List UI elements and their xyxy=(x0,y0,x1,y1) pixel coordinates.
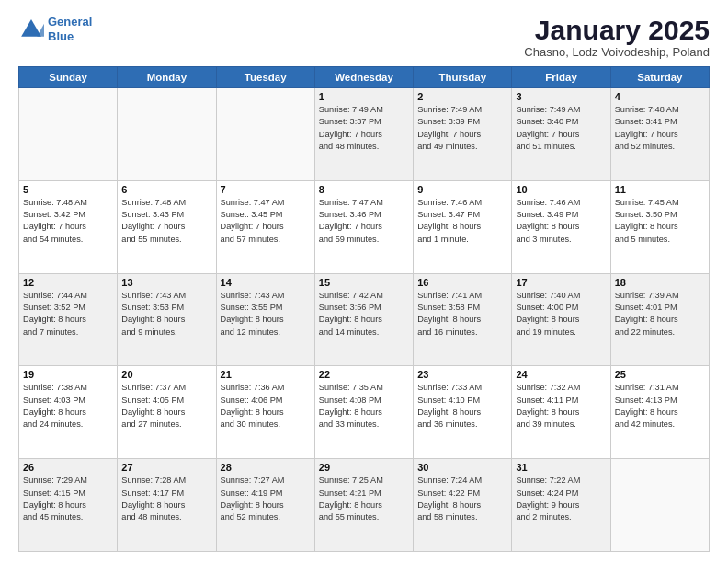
table-row: 9Sunrise: 7:46 AM Sunset: 3:47 PM Daylig… xyxy=(414,180,512,273)
table-row xyxy=(216,88,314,181)
table-row: 13Sunrise: 7:43 AM Sunset: 3:53 PM Dayli… xyxy=(118,273,216,366)
table-row: 17Sunrise: 7:40 AM Sunset: 4:00 PM Dayli… xyxy=(512,273,610,366)
day-info: Sunrise: 7:48 AM Sunset: 3:42 PM Dayligh… xyxy=(23,197,113,246)
day-number: 13 xyxy=(121,277,211,288)
table-row: 20Sunrise: 7:37 AM Sunset: 4:05 PM Dayli… xyxy=(118,366,216,459)
calendar-week-row: 19Sunrise: 7:38 AM Sunset: 4:03 PM Dayli… xyxy=(19,366,710,459)
table-row: 29Sunrise: 7:25 AM Sunset: 4:21 PM Dayli… xyxy=(314,459,413,552)
table-row: 26Sunrise: 7:29 AM Sunset: 4:15 PM Dayli… xyxy=(19,459,118,552)
day-number: 30 xyxy=(417,462,507,473)
day-info: Sunrise: 7:46 AM Sunset: 3:49 PM Dayligh… xyxy=(516,197,606,246)
table-row: 30Sunrise: 7:24 AM Sunset: 4:22 PM Dayli… xyxy=(414,459,512,552)
header: General Blue January 2025 Chasno, Lodz V… xyxy=(18,15,710,59)
col-wednesday: Wednesday xyxy=(314,67,413,88)
day-info: Sunrise: 7:49 AM Sunset: 3:40 PM Dayligh… xyxy=(516,104,606,153)
day-info: Sunrise: 7:49 AM Sunset: 3:39 PM Dayligh… xyxy=(417,104,507,153)
day-info: Sunrise: 7:35 AM Sunset: 4:08 PM Dayligh… xyxy=(319,382,409,431)
table-row: 4Sunrise: 7:48 AM Sunset: 3:41 PM Daylig… xyxy=(610,88,709,181)
day-number: 5 xyxy=(23,184,113,195)
table-row xyxy=(118,88,216,181)
col-monday: Monday xyxy=(118,67,216,88)
day-number: 14 xyxy=(221,277,311,288)
calendar-week-row: 5Sunrise: 7:48 AM Sunset: 3:42 PM Daylig… xyxy=(19,180,710,273)
day-number: 24 xyxy=(516,369,606,380)
day-info: Sunrise: 7:43 AM Sunset: 3:55 PM Dayligh… xyxy=(221,290,311,339)
day-number: 19 xyxy=(23,369,113,380)
table-row: 16Sunrise: 7:41 AM Sunset: 3:58 PM Dayli… xyxy=(414,273,512,366)
day-info: Sunrise: 7:29 AM Sunset: 4:15 PM Dayligh… xyxy=(23,475,113,523)
day-number: 8 xyxy=(319,184,409,195)
table-row: 14Sunrise: 7:43 AM Sunset: 3:55 PM Dayli… xyxy=(216,273,314,366)
day-info: Sunrise: 7:31 AM Sunset: 4:13 PM Dayligh… xyxy=(615,382,705,431)
day-number: 10 xyxy=(516,184,606,195)
day-info: Sunrise: 7:40 AM Sunset: 4:00 PM Dayligh… xyxy=(516,290,606,339)
table-row: 23Sunrise: 7:33 AM Sunset: 4:10 PM Dayli… xyxy=(414,366,512,459)
col-sunday: Sunday xyxy=(19,67,118,88)
day-number: 15 xyxy=(319,277,409,288)
table-row: 12Sunrise: 7:44 AM Sunset: 3:52 PM Dayli… xyxy=(19,273,118,366)
day-info: Sunrise: 7:24 AM Sunset: 4:22 PM Dayligh… xyxy=(417,475,507,523)
day-info: Sunrise: 7:37 AM Sunset: 4:05 PM Dayligh… xyxy=(121,382,211,431)
day-info: Sunrise: 7:47 AM Sunset: 3:46 PM Dayligh… xyxy=(319,197,409,246)
day-info: Sunrise: 7:27 AM Sunset: 4:19 PM Dayligh… xyxy=(221,475,311,523)
day-number: 31 xyxy=(516,462,606,473)
table-row: 5Sunrise: 7:48 AM Sunset: 3:42 PM Daylig… xyxy=(19,180,118,273)
day-number: 4 xyxy=(615,91,705,102)
table-row: 18Sunrise: 7:39 AM Sunset: 4:01 PM Dayli… xyxy=(610,273,709,366)
day-info: Sunrise: 7:42 AM Sunset: 3:56 PM Dayligh… xyxy=(319,290,409,339)
day-info: Sunrise: 7:43 AM Sunset: 3:53 PM Dayligh… xyxy=(121,290,211,339)
table-row: 31Sunrise: 7:22 AM Sunset: 4:24 PM Dayli… xyxy=(512,459,610,552)
day-number: 25 xyxy=(615,369,705,380)
day-info: Sunrise: 7:48 AM Sunset: 3:43 PM Dayligh… xyxy=(121,197,211,246)
day-info: Sunrise: 7:32 AM Sunset: 4:11 PM Dayligh… xyxy=(516,382,606,431)
day-info: Sunrise: 7:25 AM Sunset: 4:21 PM Dayligh… xyxy=(319,475,409,523)
day-info: Sunrise: 7:36 AM Sunset: 4:06 PM Dayligh… xyxy=(221,382,311,431)
day-number: 2 xyxy=(417,91,507,102)
day-number: 11 xyxy=(615,184,705,195)
logo-text: General Blue xyxy=(48,15,92,43)
day-info: Sunrise: 7:45 AM Sunset: 3:50 PM Dayligh… xyxy=(615,197,705,246)
table-row: 22Sunrise: 7:35 AM Sunset: 4:08 PM Dayli… xyxy=(314,366,413,459)
calendar-week-row: 26Sunrise: 7:29 AM Sunset: 4:15 PM Dayli… xyxy=(19,459,710,552)
day-number: 9 xyxy=(417,184,507,195)
day-info: Sunrise: 7:28 AM Sunset: 4:17 PM Dayligh… xyxy=(121,475,211,523)
table-row: 25Sunrise: 7:31 AM Sunset: 4:13 PM Dayli… xyxy=(610,366,709,459)
calendar-week-row: 12Sunrise: 7:44 AM Sunset: 3:52 PM Dayli… xyxy=(19,273,710,366)
day-info: Sunrise: 7:38 AM Sunset: 4:03 PM Dayligh… xyxy=(23,382,113,431)
day-number: 22 xyxy=(319,369,409,380)
logo-icon xyxy=(18,17,44,42)
svg-marker-1 xyxy=(37,23,44,36)
day-number: 29 xyxy=(319,462,409,473)
table-row: 10Sunrise: 7:46 AM Sunset: 3:49 PM Dayli… xyxy=(512,180,610,273)
logo-line2: Blue xyxy=(48,29,74,43)
day-info: Sunrise: 7:47 AM Sunset: 3:45 PM Dayligh… xyxy=(221,197,311,246)
table-row: 6Sunrise: 7:48 AM Sunset: 3:43 PM Daylig… xyxy=(118,180,216,273)
logo: General Blue xyxy=(18,15,92,43)
day-info: Sunrise: 7:22 AM Sunset: 4:24 PM Dayligh… xyxy=(516,475,606,523)
table-row xyxy=(19,88,118,181)
table-row: 28Sunrise: 7:27 AM Sunset: 4:19 PM Dayli… xyxy=(216,459,314,552)
day-info: Sunrise: 7:48 AM Sunset: 3:41 PM Dayligh… xyxy=(615,104,705,153)
table-row: 24Sunrise: 7:32 AM Sunset: 4:11 PM Dayli… xyxy=(512,366,610,459)
col-friday: Friday xyxy=(512,67,610,88)
month-title: January 2025 xyxy=(524,15,710,45)
table-row: 11Sunrise: 7:45 AM Sunset: 3:50 PM Dayli… xyxy=(610,180,709,273)
day-number: 16 xyxy=(417,277,507,288)
day-number: 17 xyxy=(516,277,606,288)
title-area: January 2025 Chasno, Lodz Voivodeship, P… xyxy=(524,15,710,59)
col-saturday: Saturday xyxy=(610,67,709,88)
day-number: 3 xyxy=(516,91,606,102)
table-row xyxy=(610,459,709,552)
day-number: 21 xyxy=(221,369,311,380)
calendar-table: Sunday Monday Tuesday Wednesday Thursday… xyxy=(18,66,710,552)
day-number: 12 xyxy=(23,277,113,288)
table-row: 19Sunrise: 7:38 AM Sunset: 4:03 PM Dayli… xyxy=(19,366,118,459)
table-row: 2Sunrise: 7:49 AM Sunset: 3:39 PM Daylig… xyxy=(414,88,512,181)
table-row: 21Sunrise: 7:36 AM Sunset: 4:06 PM Dayli… xyxy=(216,366,314,459)
day-info: Sunrise: 7:49 AM Sunset: 3:37 PM Dayligh… xyxy=(319,104,409,153)
table-row: 8Sunrise: 7:47 AM Sunset: 3:46 PM Daylig… xyxy=(314,180,413,273)
location-subtitle: Chasno, Lodz Voivodeship, Poland xyxy=(524,45,710,59)
day-number: 26 xyxy=(23,462,113,473)
day-number: 23 xyxy=(417,369,507,380)
day-info: Sunrise: 7:39 AM Sunset: 4:01 PM Dayligh… xyxy=(615,290,705,339)
